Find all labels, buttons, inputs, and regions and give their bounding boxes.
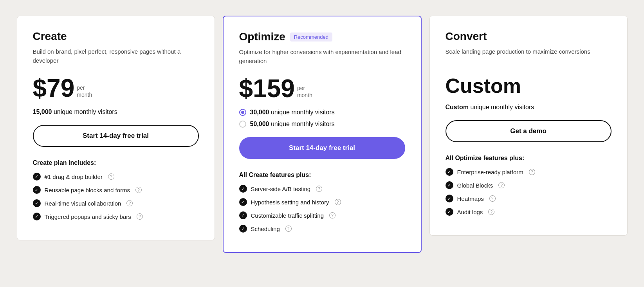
convert-visitors-text: unique monthly visitors [471,104,534,110]
check-icon-3: ✓ [33,199,41,207]
convert-feature-2: ✓ Global Blocks ? [446,181,612,189]
check-icon-o2: ✓ [239,198,247,206]
info-icon-4[interactable]: ? [137,213,143,220]
convert-plan-description: Scale landing page production to maximiz… [446,47,612,66]
convert-price-custom: Custom [446,76,612,96]
convert-feature-3-text: Heatmaps [457,195,484,202]
check-icon-o3: ✓ [239,211,247,219]
optimize-cta-button[interactable]: Start 14-day free trial [239,137,405,159]
info-icon-o1[interactable]: ? [316,186,322,192]
optimize-plan-description: Optimize for higher conversions with exp… [239,48,405,67]
optimize-feature-4-text: Scheduling [251,226,280,232]
info-icon-1[interactable]: ? [108,173,114,180]
visitor-30k-label: 30,000 unique monthly visitors [250,109,335,116]
optimize-price-period: permonth [297,85,312,101]
visitor-option-30k[interactable]: 30,000 unique monthly visitors [239,109,405,116]
convert-feature-3: ✓ Heatmaps ? [446,195,612,202]
info-icon-o4[interactable]: ? [285,226,292,232]
create-cta-button[interactable]: Start 14-day free trial [33,125,199,147]
create-plan-description: Build on-brand, pixel-perfect, responsiv… [33,47,199,66]
check-icon-2: ✓ [33,186,41,194]
create-feature-2: ✓ Reusable page blocks and forms ? [33,186,199,194]
convert-feature-1: ✓ Enterprise-ready platform ? [446,168,612,176]
optimize-feature-4: ✓ Scheduling ? [239,225,405,233]
convert-features-title: All Optimize features plus: [446,155,612,162]
check-icon-c2: ✓ [446,181,453,189]
info-icon-c3[interactable]: ? [489,195,496,202]
create-feature-2-text: Reusable page blocks and forms [45,187,130,193]
convert-feature-1-text: Enterprise-ready platform [457,169,523,175]
info-icon-c2[interactable]: ? [498,182,505,188]
create-plan-price: $79 permonth [33,76,199,101]
create-feature-4-text: Triggered popups and sticky bars [45,213,131,220]
check-icon-c4: ✓ [446,208,453,216]
optimize-feature-2: ✓ Hypothesis setting and history ? [239,198,405,206]
check-icon-o4: ✓ [239,225,247,233]
radio-50k[interactable] [239,121,246,128]
create-features-title: Create plan includes: [33,159,199,166]
check-icon-o1: ✓ [239,185,247,193]
create-feature-3-text: Real-time visual collaboration [45,200,121,207]
info-icon-o3[interactable]: ? [329,212,336,218]
convert-feature-4-text: Audit logs [457,209,483,215]
info-icon-c4[interactable]: ? [488,209,494,215]
pricing-container: Create Build on-brand, pixel-perfect, re… [17,16,628,253]
optimize-plan-card: Optimize Recommended Optimize for higher… [223,16,422,253]
info-icon-o2[interactable]: ? [335,199,341,205]
info-icon-c1[interactable]: ? [529,169,535,175]
optimize-feature-1: ✓ Server-side A/B testing ? [239,185,405,193]
optimize-plan-header: Optimize Recommended [239,31,405,43]
optimize-feature-2-text: Hypothesis setting and history [251,199,329,206]
recommended-badge: Recommended [290,32,332,42]
optimize-plan-title: Optimize [239,31,285,43]
check-icon-4: ✓ [33,213,41,220]
create-plan-title: Create [33,30,67,43]
convert-visitors: Custom unique monthly visitors [446,104,612,111]
optimize-feature-3: ✓ Customizable traffic splitting ? [239,211,405,219]
optimize-feature-3-text: Customizable traffic splitting [251,212,324,219]
optimize-feature-1-text: Server-side A/B testing [251,186,311,192]
convert-visitors-label: Custom [446,104,469,110]
visitor-50k-label: 50,000 unique monthly visitors [250,121,335,128]
convert-feature-2-text: Global Blocks [457,182,493,189]
optimize-features-title: All Create features plus: [239,171,405,179]
optimize-visitors-section: 30,000 unique monthly visitors 50,000 un… [239,109,405,128]
create-price-period: permonth [77,84,92,101]
create-visitors-number: 15,000 [33,108,52,115]
check-icon-c1: ✓ [446,168,453,176]
visitor-option-50k[interactable]: 50,000 unique monthly visitors [239,121,405,128]
create-visitors-text: unique monthly visitors [54,108,117,115]
optimize-plan-price: $159 permonth [239,76,405,101]
create-feature-1-text: #1 drag & drop builder [45,173,103,180]
create-plan-card: Create Build on-brand, pixel-perfect, re… [17,16,215,240]
create-plan-header: Create [33,30,199,43]
create-visitors: 15,000 unique monthly visitors [33,108,199,116]
optimize-price-amount: $159 [239,76,295,101]
check-icon-1: ✓ [33,173,41,181]
convert-plan-header: Convert [446,30,612,43]
convert-cta-button[interactable]: Get a demo [446,120,612,142]
info-icon-2[interactable]: ? [135,187,142,193]
create-price-amount: $79 [33,76,75,101]
radio-30k[interactable] [239,109,246,116]
create-feature-3: ✓ Real-time visual collaboration ? [33,199,199,207]
info-icon-3[interactable]: ? [126,200,133,206]
check-icon-c3: ✓ [446,195,453,202]
convert-plan-title: Convert [446,30,487,43]
create-feature-4: ✓ Triggered popups and sticky bars ? [33,213,199,220]
convert-plan-card: Convert Scale landing page production to… [429,16,628,236]
create-feature-1: ✓ #1 drag & drop builder ? [33,173,199,181]
convert-feature-4: ✓ Audit logs ? [446,208,612,216]
